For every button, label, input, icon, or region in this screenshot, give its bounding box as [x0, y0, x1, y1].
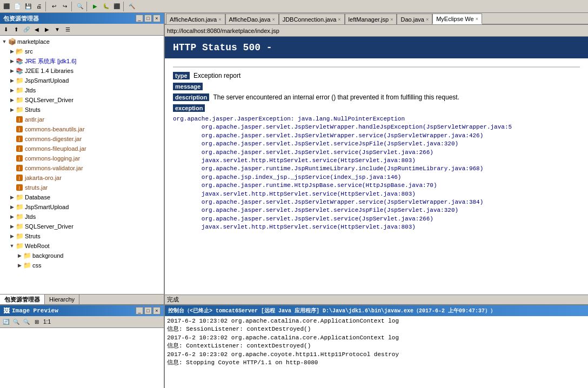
- panel-tab-packages[interactable]: 包资源管理器: [0, 295, 45, 304]
- tab-label: AfficheAction.java: [170, 16, 217, 23]
- tab-label: JDBConnection.java: [283, 16, 337, 23]
- tab-close-icon[interactable]: ×: [218, 17, 221, 22]
- panel-toolbar-back[interactable]: ◀: [32, 25, 42, 35]
- tree-item[interactable]: jjakarta-oro.jar: [0, 173, 164, 183]
- toolbar-btn-6[interactable]: ↪: [60, 2, 70, 11]
- panel-tab-hierarchy[interactable]: Hierarchy: [45, 295, 79, 304]
- console-output[interactable]: 2017-6-2 10:23:02 org.apache.catalina.co…: [165, 316, 588, 388]
- toolbar-btn-run[interactable]: ▶: [90, 2, 100, 11]
- panel-close-btn[interactable]: ×: [153, 15, 161, 22]
- left-panel-toolbar: ⬇ ⬆ 🔗 ◀ ▶ ▼ ☰: [0, 24, 164, 36]
- tree-item[interactable]: ▶📁background: [0, 251, 164, 260]
- panel-toolbar-collapse[interactable]: ⬇: [1, 25, 11, 35]
- tree-item[interactable]: jcommons-beanutils.jar: [0, 124, 164, 134]
- tree-item-icon: j: [15, 144, 24, 153]
- toolbar-btn-2[interactable]: 📄: [12, 2, 22, 11]
- tab-2[interactable]: JDBConnection.java×: [279, 14, 345, 24]
- tree-item[interactable]: jantlr.jar: [0, 115, 164, 124]
- tree-item[interactable]: ▼📦marketplace: [0, 37, 164, 46]
- tab-5[interactable]: MyEclipse We×: [432, 14, 482, 24]
- tab-bar: AfficheAction.java×AfficheDao.java×JDBCo…: [165, 13, 588, 25]
- tab-close-icon[interactable]: ×: [338, 17, 340, 22]
- panel-toolbar-expand[interactable]: ⬆: [11, 25, 21, 35]
- panel-toolbar-dropdown[interactable]: ▼: [52, 25, 62, 35]
- panel-minimize-btn[interactable]: _: [136, 15, 143, 22]
- tree-item-icon: 📚: [15, 57, 24, 65]
- address-bar: http://localhost:8080/marketplace/index.…: [165, 25, 588, 37]
- toolbar-btn-debug[interactable]: 🐛: [101, 2, 111, 11]
- toolbar-btn-5[interactable]: ↩: [49, 2, 59, 11]
- console-line: 2017-6-2 10:23:02 org.apache.catalina.co…: [167, 317, 586, 325]
- tree-item[interactable]: ▶📁JspSmartUpload: [0, 202, 164, 212]
- left-panel: 包资源管理器 _ □ × ⬇ ⬆ 🔗 ◀ ▶ ▼ ☰ ▼📦marketpla: [0, 13, 165, 304]
- tree-item-icon: 📁: [15, 86, 24, 95]
- tree-scroll[interactable]: ▼📦marketplace▶📂src▶📚JRE 系统库 [jdk1.6]▶📚J2…: [0, 36, 164, 294]
- tree-item-label: commons-logging.jar: [25, 155, 80, 162]
- image-preview-panel: 🖼 Image Preview _ □ × 🔄 🔍 🔍 ⊞ 1:1: [0, 305, 165, 388]
- tree-item-label: Database: [25, 194, 50, 200]
- img-toolbar-actual[interactable]: 1:1: [42, 317, 52, 327]
- tree-item[interactable]: jcommons-validator.jar: [0, 163, 164, 173]
- toolbar-btn-build[interactable]: 🔨: [127, 2, 137, 11]
- error-row-exception: exception: [173, 104, 580, 112]
- tab-close-icon[interactable]: ×: [476, 16, 478, 22]
- tree-item[interactable]: ▶📂src: [0, 46, 164, 56]
- panel-maximize-btn[interactable]: □: [144, 15, 152, 22]
- tree-item[interactable]: ▶📚JRE 系统库 [jdk1.6]: [0, 56, 164, 66]
- image-preview-maximize[interactable]: □: [144, 307, 152, 315]
- tab-1[interactable]: AfficheDao.java×: [225, 14, 279, 24]
- toolbar-btn-4[interactable]: 🖨: [34, 2, 44, 11]
- image-preview-minimize[interactable]: _: [136, 307, 143, 315]
- left-panel-title: 包资源管理器: [3, 15, 39, 23]
- tree-item[interactable]: jcommons-digester.jar: [0, 134, 164, 144]
- description-label: description: [173, 93, 209, 101]
- tree-item[interactable]: ▶📁Jtds: [0, 85, 164, 95]
- tree-item[interactable]: ▶📁Jtds: [0, 212, 164, 222]
- tab-4[interactable]: Dao.java×: [397, 14, 432, 24]
- tree-item[interactable]: jcommons-fileupload.jar: [0, 144, 164, 153]
- toolbar-btn-7[interactable]: 🔍: [75, 2, 85, 11]
- type-value: Exception report: [193, 72, 240, 79]
- console-line: 信息: Stopping Coyote HTTP/1.1 on http-808…: [167, 359, 586, 367]
- tab-3[interactable]: leftManager.jsp×: [345, 14, 397, 24]
- tree-item[interactable]: ▶📁Struts: [0, 231, 164, 241]
- tree-item-icon: 📁: [15, 193, 24, 202]
- tree-item[interactable]: ▼📁WebRoot: [0, 241, 164, 251]
- sep-1: [45, 2, 48, 11]
- tree-item[interactable]: ▶📁css: [0, 260, 164, 270]
- tree-item[interactable]: jcommons-logging.jar: [0, 153, 164, 163]
- tree-item[interactable]: ▶📚J2EE 1.4 Libraries: [0, 66, 164, 76]
- tree-item-icon: j: [15, 125, 24, 133]
- tab-close-icon[interactable]: ×: [272, 17, 275, 22]
- tab-0[interactable]: AfficheAction.java×: [166, 14, 225, 24]
- status-text: 完成: [167, 296, 179, 304]
- img-toolbar-zoom-out[interactable]: 🔍: [22, 317, 31, 327]
- error-row-type: type Exception report: [173, 72, 580, 79]
- exception-label: exception: [173, 104, 205, 112]
- img-toolbar-btn2[interactable]: 🔍: [11, 317, 21, 327]
- tab-close-icon[interactable]: ×: [426, 17, 429, 22]
- panel-toolbar-forward[interactable]: ▶: [42, 25, 52, 35]
- img-toolbar-btn1[interactable]: 🔄: [1, 317, 11, 327]
- toolbar-btn-3[interactable]: 💾: [23, 2, 33, 11]
- tree-item[interactable]: ▶📁SQLServer_Driver: [0, 95, 164, 105]
- content-area[interactable]: HTTP Status 500 - type Exception report …: [165, 37, 588, 295]
- panel-toolbar-menu[interactable]: ☰: [63, 25, 72, 35]
- tree-item[interactable]: ▶📁Database: [0, 192, 164, 202]
- tree-item[interactable]: jstruts.jar: [0, 183, 164, 192]
- image-preview-close[interactable]: ×: [153, 307, 161, 315]
- img-toolbar-fit[interactable]: ⊞: [32, 317, 42, 327]
- panel-toolbar-link[interactable]: 🔗: [22, 25, 31, 35]
- sep-2: [71, 2, 74, 11]
- tree-item[interactable]: ▶📁Struts: [0, 105, 164, 115]
- toolbar-btn-stop[interactable]: ⬛: [112, 2, 122, 11]
- toolbar-btn-1[interactable]: ⬛: [2, 2, 11, 11]
- tree-item[interactable]: ▶📁JspSmartUpload: [0, 76, 164, 85]
- tree-item-icon: j: [15, 164, 24, 172]
- image-preview-title: Image Preview: [12, 307, 58, 314]
- tab-close-icon[interactable]: ×: [390, 17, 393, 22]
- panel-tabs: 包资源管理器 Hierarchy: [0, 294, 164, 304]
- tree-item[interactable]: ▶📁SQLServer_Driver: [0, 222, 164, 231]
- image-preview-buttons: _ □ ×: [136, 307, 161, 315]
- bottom-pane: 🖼 Image Preview _ □ × 🔄 🔍 🔍 ⊞ 1:1: [0, 304, 588, 388]
